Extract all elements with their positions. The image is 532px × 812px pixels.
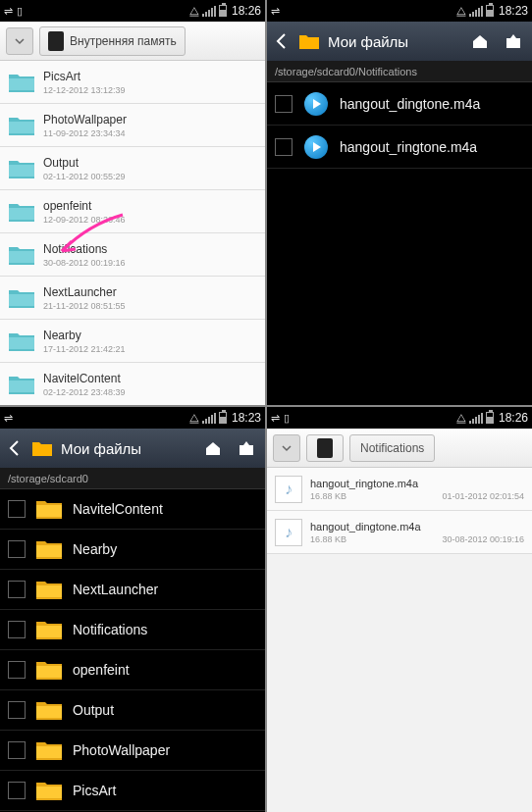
item-name: PicsArt — [43, 70, 257, 83]
status-bar: ⇌ ⧋ 18:23 — [267, 0, 532, 22]
svg-rect-1 — [239, 445, 253, 455]
view-dropdown[interactable] — [273, 434, 300, 462]
list-item[interactable]: hangout_dingtone.m4a — [267, 82, 532, 126]
item-type: 02-11-2012 00:55:29 — [43, 172, 126, 181]
item-type: 21-11-2012 08:51:55 — [43, 301, 126, 311]
item-name: hangout_dingtone.m4a — [340, 96, 480, 112]
folder-icon — [8, 71, 35, 94]
folder-icon — [35, 657, 63, 683]
folder-icon — [35, 496, 63, 522]
sd-icon: ▯ — [17, 5, 23, 18]
item-timestamp: 30-08-2012 00:19:16 — [43, 258, 126, 268]
item-name: NavitelContent — [43, 372, 257, 385]
sdcard-icon — [48, 31, 64, 51]
battery-icon — [219, 412, 227, 424]
item-name: openfeint — [43, 199, 257, 213]
up-button[interactable] — [234, 435, 259, 461]
wifi-icon: ⧋ — [456, 5, 466, 18]
sdcard-icon — [317, 438, 333, 458]
item-timestamp: 17-11-2012 21:42:21 — [43, 344, 126, 354]
path-bar[interactable]: /storage/sdcard0 — [0, 468, 265, 489]
list-item[interactable]: NextLauncher21-11-2012 08:51:55 — [0, 277, 265, 320]
sd-icon: ▯ — [284, 412, 290, 425]
back-icon[interactable] — [6, 439, 24, 457]
checkbox[interactable] — [8, 581, 26, 598]
folder-icon — [35, 617, 63, 642]
checkbox[interactable] — [275, 95, 293, 113]
sdcard-crumb[interactable] — [306, 434, 344, 462]
item-name: PhotoWallpaper — [73, 742, 170, 758]
file-list[interactable]: ♪hangout_ringtone.m4a16.88 KB01-01-2012 … — [267, 468, 532, 812]
item-name: PhotoWallpaper — [43, 113, 257, 127]
checkbox[interactable] — [8, 701, 26, 719]
list-item[interactable]: openfeint12-09-2012 08:26:46 — [0, 190, 265, 233]
list-item[interactable]: NavitelContent — [0, 489, 265, 530]
up-button[interactable] — [501, 28, 526, 54]
item-name: NavitelContent — [73, 501, 163, 517]
back-icon[interactable] — [273, 32, 291, 50]
home-button[interactable] — [200, 435, 226, 461]
list-item[interactable]: NavitelContent02-12-2012 23:48:39 — [0, 363, 265, 405]
item-type: 12-12-2012 13:12:39 — [43, 85, 126, 95]
list-item[interactable]: PhotoWallpaper — [0, 731, 265, 771]
item-size: 16.88 KB — [310, 491, 346, 501]
list-item[interactable]: ♪hangout_ringtone.m4a16.88 KB01-01-2012 … — [267, 468, 532, 511]
list-item[interactable]: PicsArt12-12-2012 13:12:39 — [0, 61, 265, 104]
checkbox[interactable] — [8, 500, 26, 518]
folder-icon — [298, 32, 320, 50]
page-title: Мои файлы — [61, 440, 192, 457]
storage-breadcrumb[interactable]: Внутренняя память — [39, 26, 186, 56]
list-item[interactable]: ♪hangout_dingtone.m4a16.88 KB30-08-2012 … — [267, 511, 532, 554]
folder-icon — [35, 697, 63, 723]
audio-icon — [302, 91, 330, 117]
home-button[interactable] — [467, 28, 493, 54]
folder-icon — [8, 200, 35, 224]
list-item[interactable]: hangout_ringtone.m4a — [267, 126, 532, 169]
folder-icon — [8, 373, 35, 396]
panel-notifications-light: ⇌▯ ⧋ 18:26 Notifications ♪hangout_ringto… — [267, 407, 532, 812]
clock: 18:23 — [232, 411, 261, 425]
list-item[interactable]: NextLauncher — [0, 570, 265, 610]
music-icon: ♪ — [275, 519, 302, 546]
item-timestamp: 21-11-2012 08:51:55 — [43, 301, 126, 311]
status-bar: ⇌▯ ⧋ 18:26 — [267, 407, 532, 429]
list-item[interactable]: Output02-11-2012 00:55:29 — [0, 147, 265, 190]
signal-icon — [202, 412, 216, 424]
storage-label: Внутренняя память — [70, 34, 177, 48]
item-type: 11-09-2012 23:34:34 — [43, 128, 126, 138]
signal-icon — [469, 5, 483, 17]
checkbox[interactable] — [8, 540, 26, 558]
item-name: NextLauncher — [73, 582, 158, 597]
folder-crumb[interactable]: Notifications — [349, 434, 435, 462]
file-list[interactable]: hangout_dingtone.m4ahangout_ringtone.m4a — [267, 82, 532, 405]
item-name: Nearby — [73, 541, 117, 557]
list-item[interactable]: openfeint — [0, 650, 265, 690]
usb-icon: ⇌ — [271, 5, 280, 18]
checkbox[interactable] — [8, 661, 26, 679]
battery-icon — [486, 5, 494, 17]
usb-icon: ⇌ — [271, 412, 280, 425]
checkbox[interactable] — [275, 138, 293, 156]
list-item[interactable]: Nearby — [0, 530, 265, 570]
checkbox[interactable] — [8, 782, 26, 799]
item-timestamp: 12-12-2012 13:12:39 — [43, 85, 126, 95]
file-list[interactable]: PicsArt12-12-2012 13:12:39PhotoWallpaper… — [0, 61, 265, 405]
list-item[interactable]: PicsArt — [0, 771, 265, 811]
checkbox[interactable] — [8, 621, 26, 638]
wifi-icon: ⧋ — [189, 5, 199, 18]
file-list[interactable]: NavitelContentNearbyNextLauncherNotifica… — [0, 489, 265, 812]
usb-icon: ⇌ — [4, 412, 13, 425]
list-item[interactable]: Notifications — [0, 610, 265, 650]
path-bar[interactable]: /storage/sdcard0/Notifications — [267, 61, 532, 82]
toolbar: Notifications — [267, 429, 532, 468]
list-item[interactable]: PhotoWallpaper11-09-2012 23:34:34 — [0, 104, 265, 147]
checkbox[interactable] — [8, 741, 26, 759]
item-name: hangout_dingtone.m4a — [310, 521, 524, 533]
signal-icon — [469, 412, 483, 424]
view-dropdown[interactable] — [6, 27, 33, 55]
list-item[interactable]: Nearby17-11-2012 21:42:21 — [0, 320, 265, 363]
folder-icon — [8, 114, 35, 137]
list-item[interactable]: Output — [0, 690, 265, 731]
item-timestamp: 01-01-2012 02:01:54 — [442, 491, 524, 501]
list-item[interactable]: Notifications30-08-2012 00:19:16 — [0, 233, 265, 277]
